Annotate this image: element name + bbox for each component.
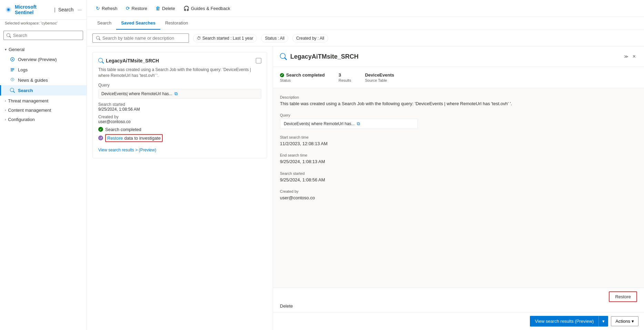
restore-button[interactable]: ⟳ Restore	[122, 3, 151, 13]
detail-query-box[interactable]: DeviceEvents| where RemoteUrl has... ⧉	[280, 119, 418, 129]
detail-header: LegacyAiTMsite_SRCH ≫ ×	[273, 47, 644, 67]
sidebar-item-logs-label: Logs	[18, 67, 28, 72]
filter-time-label: Search started : Last 1 year	[202, 36, 253, 41]
sidebar-item-overview[interactable]: Overview (Preview)	[0, 54, 87, 64]
status-green-icon: ✓	[98, 127, 103, 132]
tab-saved-searches[interactable]: Saved Searches	[116, 17, 160, 30]
delete-menu-area: Delete	[273, 302, 644, 311]
filter-bar: ⏱ Search started : Last 1 year Status : …	[87, 30, 644, 47]
chevron-right-icon-2: ›	[5, 108, 6, 112]
sidebar-item-content-label: Content management	[8, 108, 51, 113]
filter-search-box[interactable]	[92, 33, 189, 43]
sidebar-item-search[interactable]: Search	[0, 85, 87, 96]
close-detail-button[interactable]: ×	[631, 52, 637, 61]
title-ellipsis: ···	[78, 7, 82, 12]
detail-copy-button[interactable]: ⧉	[357, 121, 360, 127]
overview-icon	[10, 57, 15, 62]
refresh-label: Refresh	[102, 6, 118, 11]
sidebar-item-threat-management[interactable]: › Threat management	[0, 96, 87, 106]
sidebar-item-news[interactable]: News & guides	[0, 75, 87, 85]
stat-status-text: Search completed	[286, 72, 325, 78]
content-area: LegacyAiTMsite_SRCH This table was creat…	[87, 47, 644, 330]
refresh-button[interactable]: ↻ Refresh	[92, 3, 121, 13]
created-by-field: Created by user@contoso.co	[98, 114, 261, 124]
status-row: ✓ Search completed	[98, 127, 261, 132]
guides-icon: 🎧	[183, 6, 189, 11]
svg-point-2	[8, 9, 9, 10]
restore-icon: ⟳	[126, 6, 130, 11]
nav-group-general-header[interactable]: ▾ General	[0, 45, 87, 54]
detail-created-by-label: Created by	[280, 189, 637, 193]
sidebar-item-threat-label: Threat management	[8, 98, 48, 103]
search-card: LegacyAiTMsite_SRCH This table was creat…	[92, 52, 267, 158]
delete-menu-item[interactable]: Delete	[280, 302, 637, 310]
actions-button[interactable]: Actions ▾	[611, 316, 638, 326]
svg-rect-7	[11, 71, 13, 71]
stat-results-value: 3	[339, 72, 351, 78]
expand-panel-button[interactable]: ≫	[624, 52, 628, 61]
restore-link[interactable]: Restore	[107, 136, 123, 141]
nav-group-general: ▾ General Overview (Preview) Logs	[0, 44, 87, 96]
filter-created-pill[interactable]: Created by : All	[292, 34, 328, 42]
search-icon	[7, 33, 11, 38]
detail-end-time-section: End search time 9/25/2024, 1:08:13 AM	[280, 153, 637, 165]
refresh-icon: ↻	[96, 6, 100, 11]
actions-label: Actions	[615, 319, 630, 324]
svg-point-4	[12, 59, 13, 60]
tab-search[interactable]: Search	[92, 17, 116, 30]
restore-menu-item[interactable]: Restore	[610, 292, 636, 301]
sidebar-nav: ▾ General Overview (Preview) Logs	[0, 43, 87, 330]
sidebar-search-input[interactable]	[13, 33, 80, 38]
guides-button[interactable]: 🎧 Guides & Feedback	[180, 3, 234, 13]
sidebar-item-logs[interactable]: Logs	[0, 64, 87, 75]
sidebar-item-news-label: News & guides	[18, 78, 48, 83]
search-started-label: Search started	[98, 102, 125, 107]
filter-search-input[interactable]	[102, 36, 185, 41]
sidebar-item-config-label: Configuration	[8, 117, 34, 122]
detail-footer: Restore Delete View search results (Prev…	[273, 288, 644, 330]
query-box[interactable]: DeviceEvents| where RemoteUrl has... ⧉	[98, 89, 261, 99]
stat-status-icon: ✓	[280, 73, 284, 77]
sidebar-item-configuration[interactable]: › Configuration	[0, 115, 87, 124]
stat-status-value: ✓ Search completed	[280, 72, 325, 78]
search-started-value: 9/25/2024, 1:08:56 AM	[98, 107, 140, 112]
detail-body: Description This table was created using…	[273, 88, 644, 288]
detail-query-label: Query	[280, 113, 637, 117]
chevron-right-icon: ›	[5, 99, 6, 103]
search-card-header: LegacyAiTMsite_SRCH	[98, 58, 261, 63]
detail-search-icon	[280, 53, 287, 60]
chevron-down-icon-2: ▾	[602, 319, 605, 324]
detail-description-value: This table was created using a Search Jo…	[280, 101, 637, 107]
copy-query-button[interactable]: ⧉	[174, 91, 178, 97]
filter-created-label: Created by : All	[296, 36, 324, 41]
detail-end-time-label: End search time	[280, 153, 637, 157]
detail-description-label: Description	[280, 95, 637, 99]
tab-restoration[interactable]: Restoration	[160, 17, 193, 30]
chevron-down-icon: ▾	[5, 48, 7, 51]
restore-purple-icon: ↺	[98, 136, 103, 140]
filter-time-pill[interactable]: ⏱ Search started : Last 1 year	[193, 34, 257, 42]
detail-title-text: LegacyAiTMsite_SRCH	[290, 53, 359, 60]
tabs-bar: Search Saved Searches Restoration	[87, 17, 644, 30]
sidebar-item-content-management[interactable]: › Content management	[0, 106, 87, 115]
footer-action-bar: View search results (Preview) ▾ Actions …	[273, 312, 644, 330]
search-card-icon	[98, 58, 104, 63]
view-results-container: View search results > (Preview)	[98, 146, 261, 152]
detail-query-section: Query DeviceEvents| where RemoteUrl has.…	[280, 113, 637, 129]
sidebar-search-box[interactable]	[3, 31, 83, 40]
view-results-button[interactable]: View search results (Preview)	[530, 316, 598, 327]
view-results-dropdown-button[interactable]: ▾	[598, 316, 608, 327]
sidebar: Microsoft Sentinel | Search ··· Selected…	[0, 0, 87, 330]
filter-status-pill[interactable]: Status : All	[261, 34, 288, 42]
search-card-checkbox[interactable]	[256, 58, 261, 63]
created-by-label: Created by	[98, 114, 119, 119]
sentinel-logo-icon	[5, 6, 12, 14]
detail-stats-bar: ✓ Search completed Status 3 Results Devi…	[273, 67, 644, 88]
restore-dropdown-highlight: Restore	[609, 291, 637, 302]
restore-row: ↺ Restore data to investigate	[98, 134, 261, 142]
search-card-query-field: Query DeviceEvents| where RemoteUrl has.…	[98, 83, 261, 99]
sidebar-item-search-label: Search	[18, 88, 33, 93]
view-results-link[interactable]: View search results > (Preview)	[98, 148, 156, 152]
nav-group-general-label: General	[9, 47, 24, 52]
delete-button[interactable]: 🗑 Delete	[152, 3, 179, 13]
